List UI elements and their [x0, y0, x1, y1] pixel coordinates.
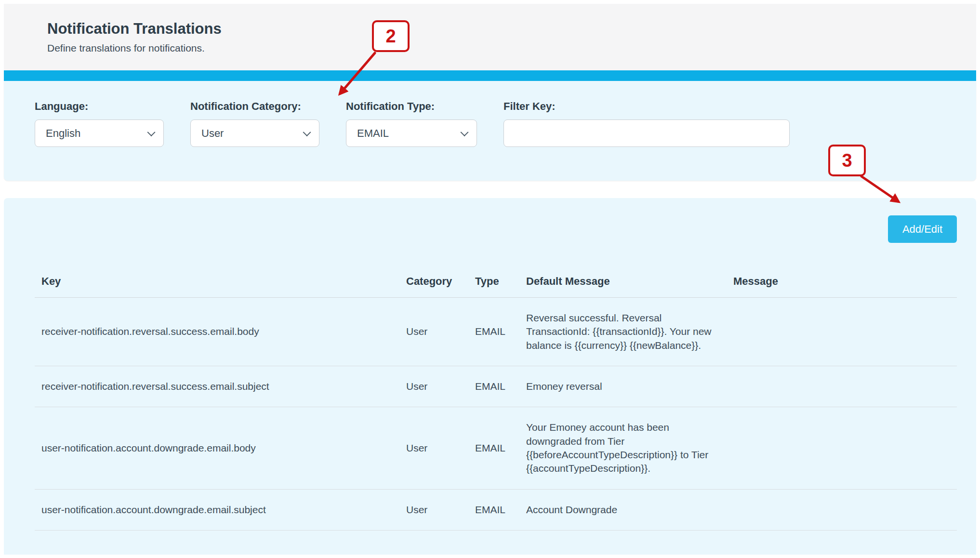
- add-edit-button[interactable]: Add/Edit: [888, 215, 957, 243]
- cell-category: User: [399, 407, 468, 489]
- language-select[interactable]: English: [35, 120, 164, 147]
- cell-key: receiver-notification.reversal.success.e…: [35, 298, 399, 366]
- cell-type: EMAIL: [468, 407, 519, 489]
- cell-default-message: Emoney reversal: [519, 366, 727, 407]
- page-header: Notification Translations Define transla…: [4, 4, 976, 70]
- cell-default-message: Account Downgrade: [519, 489, 727, 530]
- filter-key-input[interactable]: [503, 120, 790, 147]
- cell-key: receiver-notification.reversal.success.e…: [35, 366, 399, 407]
- filter-group-type: Notification Type: EMAIL: [346, 100, 477, 147]
- table-body: receiver-notification.reversal.success.e…: [35, 298, 957, 531]
- notification-category-select[interactable]: User: [190, 120, 319, 147]
- page-title: Notification Translations: [47, 20, 957, 38]
- cell-message: [727, 489, 957, 530]
- cell-message: [727, 366, 957, 407]
- filter-group-language: Language: English: [35, 100, 164, 147]
- cell-key: user-notification.account.downgrade.emai…: [35, 407, 399, 489]
- cell-type: EMAIL: [468, 366, 519, 407]
- cell-key: user-notification.account.downgrade.emai…: [35, 489, 399, 530]
- table-row[interactable]: receiver-notification.reversal.success.e…: [35, 298, 957, 366]
- cell-default-message: Reversal successful. Reversal Transactio…: [519, 298, 727, 366]
- table-row[interactable]: receiver-notification.reversal.success.e…: [35, 366, 957, 407]
- table-header-row: Key Category Type Default Message Messag…: [35, 269, 957, 298]
- notification-type-label: Notification Type:: [346, 100, 477, 113]
- filter-key-label: Filter Key:: [503, 100, 790, 113]
- table-row[interactable]: user-notification.account.downgrade.emai…: [35, 489, 957, 530]
- cell-category: User: [399, 489, 468, 530]
- cell-category: User: [399, 298, 468, 366]
- notification-category-label: Notification Category:: [190, 100, 319, 113]
- filter-group-category: Notification Category: User: [190, 100, 319, 147]
- language-label: Language:: [35, 100, 164, 113]
- cell-category: User: [399, 366, 468, 407]
- accent-bar: [4, 70, 976, 81]
- cell-message: [727, 298, 957, 366]
- cell-default-message: Your Emoney account has been downgraded …: [519, 407, 727, 489]
- filter-panel: Language: English Notification Category:…: [4, 81, 976, 181]
- filter-group-filter-key: Filter Key:: [503, 100, 790, 147]
- column-header-default-message: Default Message: [519, 269, 727, 298]
- column-header-key: Key: [35, 269, 399, 298]
- notification-type-select[interactable]: EMAIL: [346, 120, 477, 147]
- table-row[interactable]: user-notification.account.downgrade.emai…: [35, 407, 957, 489]
- page: Notification Translations Define transla…: [0, 0, 980, 555]
- column-header-type: Type: [468, 269, 519, 298]
- toolbar: Add/Edit: [35, 215, 957, 243]
- column-header-message: Message: [727, 269, 957, 298]
- cell-type: EMAIL: [468, 298, 519, 366]
- column-header-category: Category: [399, 269, 468, 298]
- cell-type: EMAIL: [468, 489, 519, 530]
- page-subtitle: Define translations for notifications.: [47, 42, 957, 54]
- cell-message: [727, 407, 957, 489]
- table-panel: Add/Edit Key Category Type Default Messa…: [4, 198, 976, 555]
- translations-table: Key Category Type Default Message Messag…: [35, 269, 957, 531]
